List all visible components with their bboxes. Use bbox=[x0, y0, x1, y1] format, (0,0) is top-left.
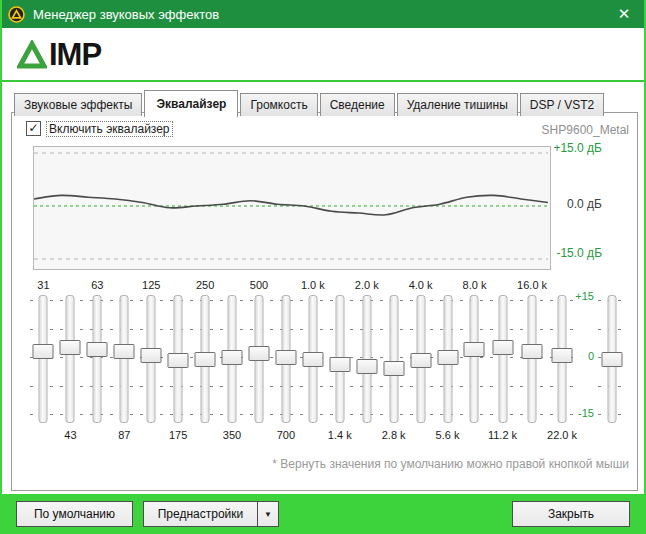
band-slider-15[interactable] bbox=[434, 293, 461, 423]
defaults-button[interactable]: По умолчанию bbox=[16, 501, 133, 527]
close-dialog-button[interactable]: Закрыть bbox=[512, 501, 630, 527]
eq-response-curve bbox=[34, 195, 548, 215]
band-slider-17-thumb[interactable] bbox=[492, 340, 513, 355]
band-slider-0[interactable] bbox=[30, 293, 57, 423]
band-slider-8[interactable] bbox=[246, 293, 273, 423]
presets-split-button[interactable]: Преднастройки ▼ bbox=[143, 501, 279, 527]
tab-item-0[interactable]: Звуковые эффекты bbox=[14, 93, 142, 116]
band-slider-17[interactable] bbox=[488, 293, 517, 423]
eq-band-8.0k: 8.0 k bbox=[461, 279, 488, 443]
aimp-logo: IMP bbox=[17, 36, 101, 74]
eq-response-graph bbox=[33, 146, 551, 270]
eq-band-1.4k: 1.4 k bbox=[326, 279, 353, 443]
band-slider-4-thumb[interactable] bbox=[141, 348, 162, 363]
header-separator bbox=[2, 80, 644, 82]
eq-band-87: 87 bbox=[111, 279, 138, 443]
band-slider-16-track[interactable] bbox=[470, 295, 479, 423]
band-slider-17-track[interactable] bbox=[498, 295, 507, 423]
freq-label-bottom: 87 bbox=[118, 423, 130, 443]
band-slider-14[interactable] bbox=[407, 293, 434, 423]
band-slider-11[interactable] bbox=[326, 293, 353, 423]
tab-item-1[interactable]: Эквалайзер bbox=[144, 90, 238, 117]
band-slider-7-thumb[interactable] bbox=[222, 350, 243, 365]
eq-band-5.6k: 5.6 k bbox=[434, 279, 461, 443]
band-slider-2-thumb[interactable] bbox=[87, 342, 108, 357]
freq-label-top: 500 bbox=[250, 279, 268, 293]
eq-band-1.0k: 1.0 k bbox=[299, 279, 326, 443]
preamp-slider-thumb[interactable] bbox=[602, 352, 623, 367]
band-slider-6[interactable] bbox=[192, 293, 219, 423]
freq-label-bottom: 700 bbox=[277, 423, 295, 443]
tab-item-3[interactable]: Сведение bbox=[320, 93, 395, 116]
band-slider-14-thumb[interactable] bbox=[410, 353, 431, 368]
presets-button-label[interactable]: Преднастройки bbox=[144, 507, 257, 521]
freq-label-top: 250 bbox=[196, 279, 214, 293]
enable-equalizer-checkbox[interactable]: ✓ bbox=[26, 121, 41, 136]
freq-label-bottom: 175 bbox=[169, 423, 187, 443]
footer-bar: По умолчанию Преднастройки ▼ Закрыть bbox=[0, 494, 646, 534]
preamp-slider[interactable] bbox=[598, 293, 626, 423]
band-slider-11-thumb[interactable] bbox=[329, 357, 350, 372]
presets-dropdown-arrow-icon[interactable]: ▼ bbox=[257, 502, 278, 526]
freq-label-top: 31 bbox=[37, 279, 49, 293]
eq-band-700: 700 bbox=[272, 279, 299, 443]
band-slider-3[interactable] bbox=[111, 293, 138, 423]
graph-label-minus15: -15.0 дБ bbox=[550, 246, 602, 260]
aimp-logo-triangle-icon bbox=[17, 40, 47, 70]
band-slider-16-thumb[interactable] bbox=[464, 342, 485, 357]
freq-label-bottom: 2.8 k bbox=[382, 423, 406, 443]
band-slider-6-thumb[interactable] bbox=[195, 352, 216, 367]
band-slider-12[interactable] bbox=[353, 293, 380, 423]
tab-item-2[interactable]: Громкость bbox=[240, 93, 317, 116]
eq-band-2.0k: 2.0 k bbox=[353, 279, 380, 443]
sound-effects-manager-window: Менеджер звуковых эффектов ✕ IMP Звуковы… bbox=[0, 0, 646, 534]
band-slider-5[interactable] bbox=[165, 293, 192, 423]
band-slider-2-track[interactable] bbox=[93, 295, 102, 423]
freq-label-bottom: 22.0 k bbox=[547, 423, 577, 443]
freq-label-top: 125 bbox=[142, 279, 160, 293]
freq-label-bottom: 350 bbox=[223, 423, 241, 443]
band-slider-1-track[interactable] bbox=[66, 295, 75, 423]
eq-band-11.2k: 11.2 k bbox=[488, 279, 517, 443]
enable-equalizer-label[interactable]: Включить эквалайзер bbox=[47, 122, 172, 136]
band-slider-1[interactable] bbox=[57, 293, 84, 423]
band-slider-5-thumb[interactable] bbox=[168, 353, 189, 368]
band-slider-9-thumb[interactable] bbox=[275, 350, 296, 365]
band-slider-16[interactable] bbox=[461, 293, 488, 423]
preamp-scale: +15 0 -15 bbox=[568, 293, 594, 423]
band-slider-13[interactable] bbox=[380, 293, 407, 423]
eq-band-sliders: 314363871251752503505007001.0 k1.4 k2.0 … bbox=[30, 279, 577, 443]
band-slider-3-track[interactable] bbox=[120, 295, 129, 423]
eq-band-125: 125 bbox=[138, 279, 165, 443]
band-slider-9[interactable] bbox=[272, 293, 299, 423]
band-slider-15-thumb[interactable] bbox=[437, 350, 458, 365]
band-slider-18-track[interactable] bbox=[528, 295, 537, 423]
freq-label-bottom: 5.6 k bbox=[436, 423, 460, 443]
eq-band-4.0k: 4.0 k bbox=[407, 279, 434, 443]
band-slider-0-track[interactable] bbox=[39, 295, 48, 423]
eq-band-250: 250 bbox=[192, 279, 219, 443]
preamp-slider-cell bbox=[598, 293, 626, 423]
band-slider-18[interactable] bbox=[517, 293, 547, 423]
band-slider-12-thumb[interactable] bbox=[356, 359, 377, 374]
band-slider-3-thumb[interactable] bbox=[114, 344, 135, 359]
band-slider-10[interactable] bbox=[299, 293, 326, 423]
freq-label-top: 16.0 k bbox=[517, 279, 547, 293]
band-slider-18-thumb[interactable] bbox=[522, 344, 543, 359]
band-slider-0-thumb[interactable] bbox=[33, 344, 54, 359]
tab-item-5[interactable]: DSP / VST2 bbox=[520, 93, 604, 116]
freq-label-bottom: 11.2 k bbox=[488, 423, 517, 443]
tab-item-4[interactable]: Удаление тишины bbox=[397, 93, 518, 116]
band-slider-7[interactable] bbox=[219, 293, 246, 423]
band-slider-13-track[interactable] bbox=[389, 295, 398, 423]
band-slider-8-thumb[interactable] bbox=[248, 346, 269, 361]
band-slider-10-thumb[interactable] bbox=[302, 352, 323, 367]
band-slider-1-thumb[interactable] bbox=[60, 340, 81, 355]
scale-label-minus15: -15 bbox=[578, 407, 594, 419]
band-slider-13-thumb[interactable] bbox=[383, 361, 404, 376]
eq-band-350: 350 bbox=[219, 279, 246, 443]
band-slider-2[interactable] bbox=[84, 293, 111, 423]
band-slider-4[interactable] bbox=[138, 293, 165, 423]
close-icon[interactable]: ✕ bbox=[612, 4, 636, 24]
freq-label-top: 1.0 k bbox=[301, 279, 325, 293]
